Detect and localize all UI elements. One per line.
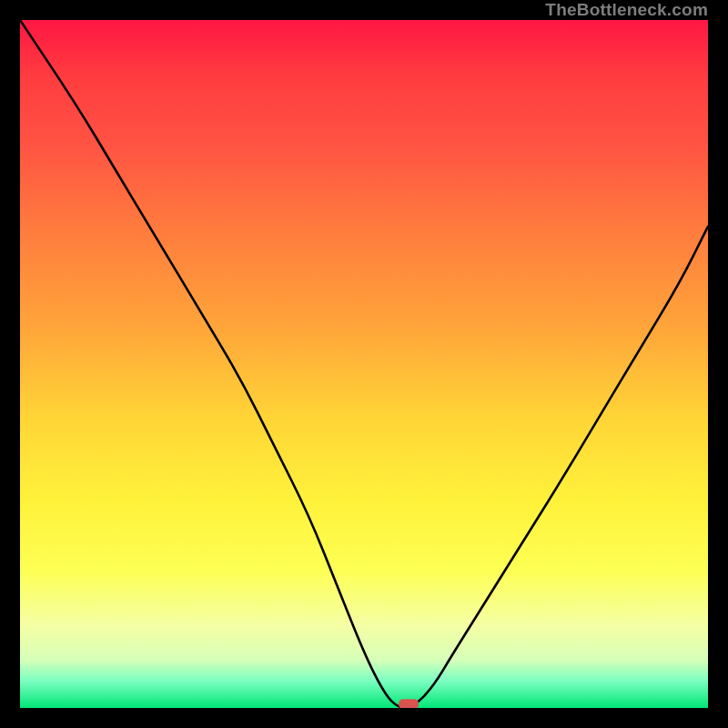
chart-frame: TheBottleneck.com <box>0 0 728 728</box>
bottleneck-curve <box>20 20 708 708</box>
minimum-marker <box>399 699 419 708</box>
watermark-text: TheBottleneck.com <box>545 0 708 20</box>
plot-area <box>20 20 708 708</box>
curve-svg <box>20 20 708 708</box>
